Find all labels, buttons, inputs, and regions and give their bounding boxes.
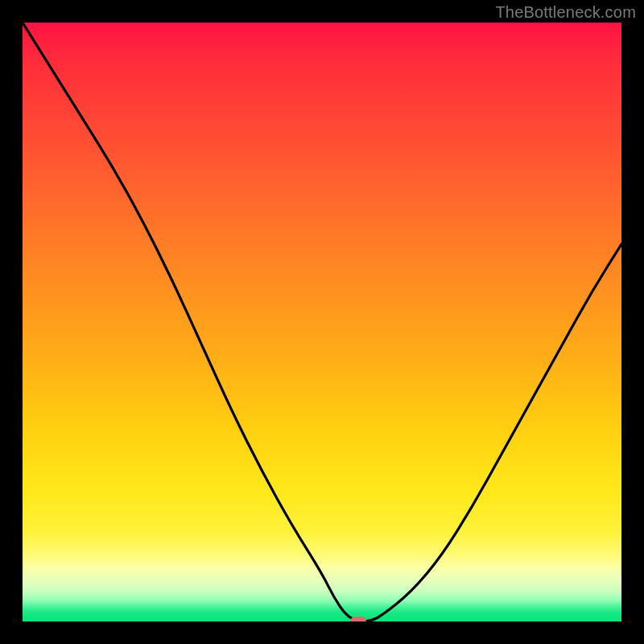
chart-frame: TheBottleneck.com bbox=[0, 0, 644, 644]
optimum-marker bbox=[350, 617, 366, 621]
plot-area bbox=[23, 23, 621, 621]
watermark-text: TheBottleneck.com bbox=[495, 3, 636, 22]
bottleneck-curve bbox=[23, 23, 621, 621]
